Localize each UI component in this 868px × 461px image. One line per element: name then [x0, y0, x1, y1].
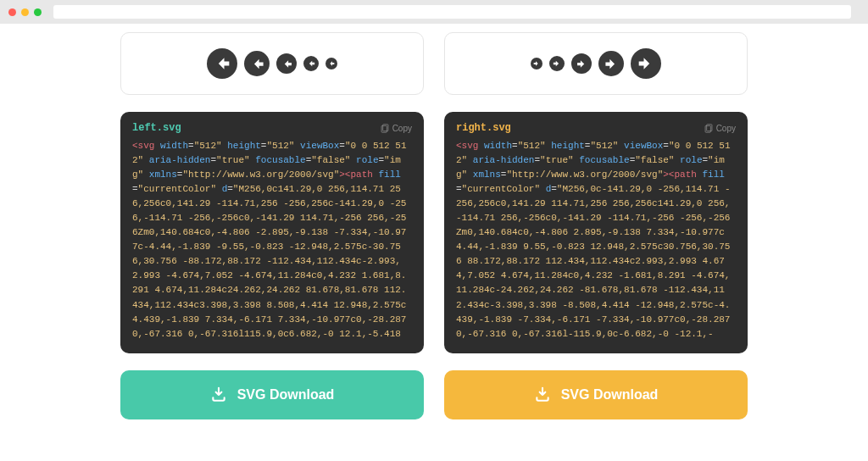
- arrow-right-preview: [631, 48, 661, 79]
- download-label-left: SVG Download: [237, 387, 335, 403]
- filename-left: left.svg: [132, 122, 181, 134]
- copy-label-right: Copy: [716, 124, 736, 133]
- arrow-right-icon: [637, 55, 654, 72]
- arrow-right-icon: [533, 60, 540, 67]
- code-body-right[interactable]: <svg width="512" height="512" viewBox="0…: [456, 139, 736, 342]
- arrow-left-preview: [326, 58, 337, 69]
- arrow-right-preview: [531, 58, 542, 69]
- arrow-right-icon: [553, 59, 561, 68]
- window-min-dot[interactable]: [21, 8, 29, 16]
- arrow-left-preview: [244, 51, 270, 76]
- arrow-right-icon: [604, 57, 619, 71]
- arrow-right-preview: [598, 51, 624, 76]
- arrow-left-preview: [276, 53, 297, 74]
- code-card-left: left.svg Copy <svg width="512" height="5…: [120, 112, 424, 353]
- arrow-right-preview: [549, 56, 565, 71]
- preview-row: [120, 32, 748, 95]
- code-row: left.svg Copy <svg width="512" height="5…: [120, 112, 748, 353]
- arrow-left-icon: [281, 58, 292, 69]
- page-body: left.svg Copy <svg width="512" height="5…: [0, 24, 868, 461]
- code-card-right: right.svg Copy <svg width="512" height="…: [444, 112, 748, 353]
- arrow-left-icon: [250, 57, 264, 71]
- download-label-right: SVG Download: [561, 387, 659, 403]
- download-button-left[interactable]: SVG Download: [120, 370, 424, 419]
- arrow-right-icon: [576, 58, 587, 69]
- download-button-right[interactable]: SVG Download: [444, 370, 748, 419]
- window-max-dot[interactable]: [34, 8, 42, 16]
- arrow-left-preview: [207, 48, 237, 79]
- arrow-right-preview: [571, 53, 592, 74]
- code-header-left: left.svg Copy: [132, 122, 412, 134]
- download-row: SVG Download SVG Download: [120, 370, 748, 419]
- arrow-left-icon: [307, 59, 315, 68]
- preview-card-left: [120, 32, 424, 95]
- window-close-dot[interactable]: [8, 8, 16, 16]
- arrow-left-icon: [328, 60, 335, 67]
- filename-right: right.svg: [456, 122, 511, 134]
- download-icon: [210, 386, 227, 403]
- browser-chrome: [0, 0, 868, 24]
- copy-button-right[interactable]: Copy: [704, 124, 736, 133]
- copy-label-left: Copy: [392, 124, 412, 133]
- code-header-right: right.svg Copy: [456, 122, 736, 134]
- copy-button-left[interactable]: Copy: [381, 124, 412, 133]
- copy-icon: [704, 124, 713, 133]
- copy-icon: [381, 124, 389, 133]
- download-icon: [534, 386, 551, 403]
- preview-card-right: [444, 32, 748, 95]
- url-bar[interactable]: [53, 5, 851, 19]
- arrow-left-preview: [303, 56, 319, 71]
- code-body-left[interactable]: <svg width="512" height="512" viewBox="0…: [132, 139, 412, 342]
- arrow-left-icon: [214, 55, 231, 72]
